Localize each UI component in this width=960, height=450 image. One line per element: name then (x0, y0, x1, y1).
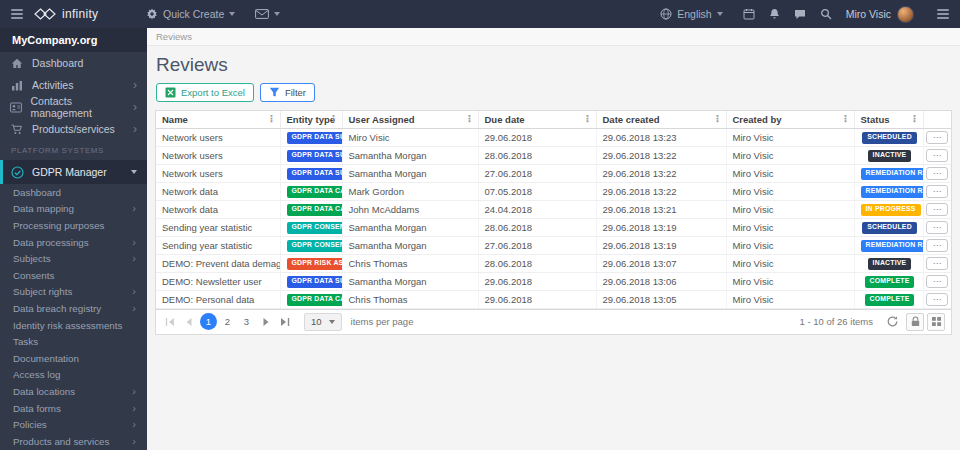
table-row[interactable]: Sending year statisticGDPR CONSENT ...Sa… (156, 236, 951, 254)
column-menu-icon[interactable]: ⋮ (465, 113, 475, 124)
sidebar-subitem-products-and-services[interactable]: Products and services› (0, 433, 147, 450)
first-page-button[interactable] (162, 314, 178, 330)
org-name: MyCompany.org (0, 28, 147, 52)
language-menu[interactable]: English (660, 8, 722, 20)
menu-icon[interactable] (0, 9, 34, 19)
settings-menu-icon[interactable] (926, 9, 960, 19)
row-actions-button[interactable]: ··· (926, 131, 948, 144)
cell-status: INACTIVE (854, 254, 923, 272)
messages-menu[interactable] (255, 9, 280, 19)
column-header-date-created[interactable]: Date created⋮ (596, 111, 726, 128)
column-header-due-date[interactable]: Due date⋮ (478, 111, 596, 128)
user-menu[interactable]: Miro Visic (846, 6, 914, 23)
page-button-3[interactable]: 3 (238, 313, 255, 330)
sidebar-subitem-policies[interactable]: Policies› (0, 416, 147, 433)
breadcrumb-link[interactable]: Reviews (156, 31, 192, 42)
table-row[interactable]: Network usersGDPR DATA SUBJ...Miro Visic… (156, 128, 951, 146)
column-header-status[interactable]: Status⋮ (854, 111, 923, 128)
table-row[interactable]: DEMO: Personal dataGDPR DATA CATE...Chri… (156, 290, 951, 308)
sidebar-subitem-data-breach-registry[interactable]: Data breach registry› (0, 300, 147, 317)
last-page-button[interactable] (277, 314, 293, 330)
cell-created-by: Miro Visic (726, 254, 854, 272)
column-header-entity-type[interactable]: Entity type⋮ (280, 111, 342, 128)
row-actions-button[interactable]: ··· (926, 185, 948, 198)
sidebar-subitem-documentation[interactable]: Documentation (0, 350, 147, 367)
refresh-icon[interactable] (886, 315, 899, 328)
sidebar-subitem-tasks[interactable]: Tasks (0, 333, 147, 350)
chat-icon[interactable] (794, 9, 806, 20)
funnel-icon (269, 87, 280, 98)
column-header-user-assigned[interactable]: User Assigned⋮ (342, 111, 478, 128)
table-row[interactable]: Network dataGDPR DATA CATE...John McAdda… (156, 200, 951, 218)
bell-icon[interactable] (769, 8, 780, 20)
table-row[interactable]: Sending year statisticGDPR CONSENT ...Sa… (156, 218, 951, 236)
sidebar-item-gdpr-manager[interactable]: GDPR Manager (0, 160, 147, 184)
row-actions-button[interactable]: ··· (926, 293, 948, 306)
cell-name: Network users (156, 128, 280, 146)
quick-create-menu[interactable]: Quick Create (146, 8, 235, 20)
sidebar-subitem-label: Dashboard (13, 187, 61, 198)
brand[interactable]: infinity (34, 7, 146, 21)
sidebar-item-contacts-management[interactable]: Contacts management› (0, 96, 147, 118)
entity-type-badge: GDPR DATA SUBJ... (287, 132, 343, 144)
chevron-down-icon (229, 12, 235, 16)
column-header-created-by[interactable]: Created by⋮ (726, 111, 854, 128)
column-menu-icon[interactable]: ⋮ (841, 113, 851, 124)
sidebar-subitem-identity-risk-assessments[interactable]: Identity risk assessments (0, 317, 147, 334)
sidebar-subitem-consents[interactable]: Consents (0, 267, 147, 284)
sidebar-item-label: Dashboard (32, 57, 83, 69)
table-row[interactable]: Network usersGDPR DATA SUBJ...Samantha M… (156, 146, 951, 164)
next-page-button[interactable] (258, 314, 274, 330)
sidebar-subitem-subject-rights[interactable]: Subject rights› (0, 284, 147, 301)
column-header-name[interactable]: Name⋮ (156, 111, 280, 128)
cell-entity-type: GDPR DATA CATE... (280, 200, 342, 218)
row-actions-button[interactable]: ··· (926, 257, 948, 270)
sidebar-subitem-dashboard[interactable]: Dashboard (0, 184, 147, 201)
table-row[interactable]: DEMO: Newsletter userGDPR DATA SUBJ...Sa… (156, 272, 951, 290)
sidebar-item-dashboard[interactable]: Dashboard (0, 52, 147, 74)
column-menu-icon[interactable]: ⋮ (583, 113, 593, 124)
cell-date-created: 29.06.2018 13:07 (596, 254, 726, 272)
sidebar-subitem-label: Data locations (13, 386, 75, 397)
table-row[interactable]: Network usersGDPR DATA SUBJ...Samantha M… (156, 164, 951, 182)
lock-icon[interactable] (906, 313, 924, 331)
row-actions-button[interactable]: ··· (926, 203, 948, 216)
search-icon[interactable] (820, 8, 832, 20)
prev-page-button[interactable] (181, 314, 197, 330)
page-button-2[interactable]: 2 (219, 313, 236, 330)
column-menu-icon[interactable]: ⋮ (267, 113, 277, 124)
export-grid-icon[interactable] (927, 313, 945, 331)
sidebar-subitem-data-mapping[interactable]: Data mapping› (0, 201, 147, 218)
cell-due-date: 29.06.2018 (478, 128, 596, 146)
row-actions-button[interactable]: ··· (926, 239, 948, 252)
calendar-icon[interactable] (743, 8, 755, 20)
table-row[interactable]: Network dataGDPR DATA CATE...Mark Gordon… (156, 182, 951, 200)
sidebar-item-products-services[interactable]: Products/services› (0, 118, 147, 140)
sidebar-subitem-data-forms[interactable]: Data forms› (0, 400, 147, 417)
page-button-1[interactable]: 1 (200, 313, 217, 330)
sidebar-subitem-data-locations[interactable]: Data locations› (0, 383, 147, 400)
filter-button[interactable]: Filter (260, 83, 315, 102)
sidebar-subitem-processing-purposes[interactable]: Processing purposes (0, 217, 147, 234)
row-actions-button[interactable]: ··· (926, 167, 948, 180)
chevron-right-icon: › (132, 286, 136, 297)
page-size-select[interactable]: 10 (304, 313, 342, 331)
entity-type-badge: GDPR DATA SUBJ... (287, 150, 343, 162)
cell-actions: ··· (923, 236, 951, 254)
sidebar-subitem-label: Data processings (13, 237, 89, 248)
sidebar-item-activities[interactable]: Activities› (0, 74, 147, 96)
export-to-excel-button[interactable]: Export to Excel (156, 83, 254, 102)
sidebar-subitem-data-processings[interactable]: Data processings› (0, 234, 147, 251)
column-menu-icon[interactable]: ⋮ (910, 113, 920, 124)
column-header-label: Date created (603, 114, 660, 125)
column-menu-icon[interactable]: ⋮ (329, 113, 339, 124)
sidebar-subitem-access-log[interactable]: Access log (0, 367, 147, 384)
row-actions-button[interactable]: ··· (926, 275, 948, 288)
sidebar-subitem-subjects[interactable]: Subjects› (0, 250, 147, 267)
home-icon (10, 58, 24, 69)
column-menu-icon[interactable]: ⋮ (713, 113, 723, 124)
row-actions-button[interactable]: ··· (926, 149, 948, 162)
chevron-right-icon: › (132, 203, 136, 214)
table-row[interactable]: DEMO: Prevent data demageGDPR RISK ASSE.… (156, 254, 951, 272)
row-actions-button[interactable]: ··· (926, 221, 948, 234)
